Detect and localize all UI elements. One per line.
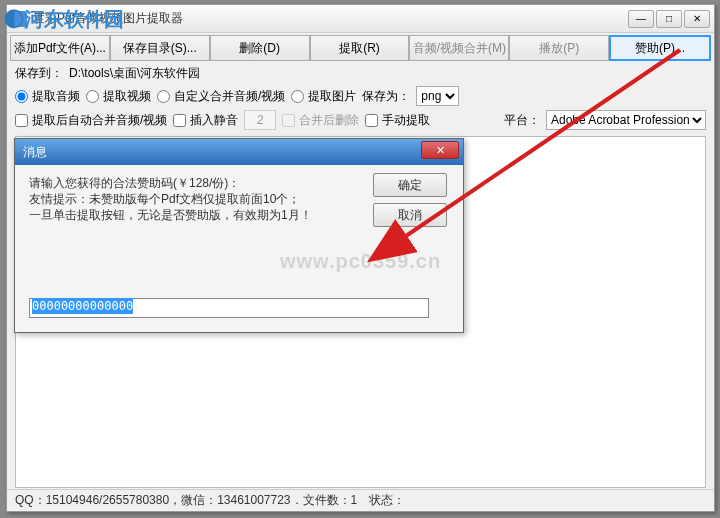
dialog-close-button[interactable]: ✕ <box>421 141 459 159</box>
window-controls: — □ ✕ <box>628 10 710 28</box>
saveas-label: 保存为： <box>362 88 410 105</box>
sponsor-dialog: 消息 ✕ 请输入您获得的合法赞助码(￥128/份)： 友情提示：未赞助版每个Pd… <box>14 138 464 333</box>
options-row-1b: 提取音频 提取视频 自定义合并音频/视频 提取图片 保存为： png <box>7 84 714 108</box>
saveto-path: D:\tools\桌面\河东软件园 <box>69 65 209 82</box>
titlebar: 度彩Pdf音频视频图片提取器 — □ ✕ <box>7 5 714 33</box>
merge-button[interactable]: 音频/视频合并(M) <box>409 35 509 61</box>
chk-merge-after[interactable]: 提取后自动合并音频/视频 <box>15 112 167 129</box>
close-button[interactable]: ✕ <box>684 10 710 28</box>
options-row-2: 提取后自动合并音频/视频 插入静音 2 合并后删除 手动提取 平台： Adobe… <box>7 108 714 132</box>
chk-manual-extract[interactable]: 手动提取 <box>365 112 430 129</box>
dialog-ok-button[interactable]: 确定 <box>373 173 447 197</box>
sponsor-code-input[interactable]: 00000000000000 <box>29 298 429 318</box>
dialog-cancel-button[interactable]: 取消 <box>373 203 447 227</box>
delete-button[interactable]: 删除(D) <box>210 35 310 61</box>
radio-extract-image[interactable]: 提取图片 <box>291 88 356 105</box>
chk-insert-silence[interactable]: 插入静音 <box>173 112 238 129</box>
window-title: 度彩Pdf音频视频图片提取器 <box>33 10 628 27</box>
chk-del-after[interactable]: 合并后删除 <box>282 112 359 129</box>
radio-custom-merge[interactable]: 自定义合并音频/视频 <box>157 88 285 105</box>
dialog-titlebar: 消息 ✕ <box>15 139 463 165</box>
app-icon <box>11 11 27 27</box>
sponsor-code-value: 00000000000000 <box>32 298 133 314</box>
save-dir-button[interactable]: 保存目录(S)... <box>110 35 210 61</box>
toolbar: 添加Pdf文件(A)... 保存目录(S)... 删除(D) 提取(R) 音频/… <box>7 33 714 63</box>
maximize-button[interactable]: □ <box>656 10 682 28</box>
statusbar: QQ：15104946/2655780380，微信：13461007723．文件… <box>7 489 714 511</box>
saveas-select[interactable]: png <box>416 86 459 106</box>
platform-select[interactable]: Adobe Acrobat Professiona <box>546 110 706 130</box>
add-pdf-button[interactable]: 添加Pdf文件(A)... <box>10 35 110 61</box>
dialog-title-text: 消息 <box>23 144 47 161</box>
silence-spinner[interactable]: 2 <box>244 110 276 130</box>
radio-extract-audio[interactable]: 提取音频 <box>15 88 80 105</box>
dialog-body: 请输入您获得的合法赞助码(￥128/份)： 友情提示：未赞助版每个Pdf文档仅提… <box>15 165 463 332</box>
extract-button[interactable]: 提取(R) <box>310 35 410 61</box>
platform-label: 平台： <box>504 112 540 129</box>
radio-extract-video[interactable]: 提取视频 <box>86 88 151 105</box>
sponsor-button[interactable]: 赞助(P)... <box>609 35 711 61</box>
minimize-button[interactable]: — <box>628 10 654 28</box>
saveto-label: 保存到： <box>15 65 63 82</box>
options-row-1: 保存到： D:\tools\桌面\河东软件园 <box>7 63 714 84</box>
play-button[interactable]: 播放(P) <box>509 35 609 61</box>
status-text: QQ：15104946/2655780380，微信：13461007723．文件… <box>15 492 405 509</box>
